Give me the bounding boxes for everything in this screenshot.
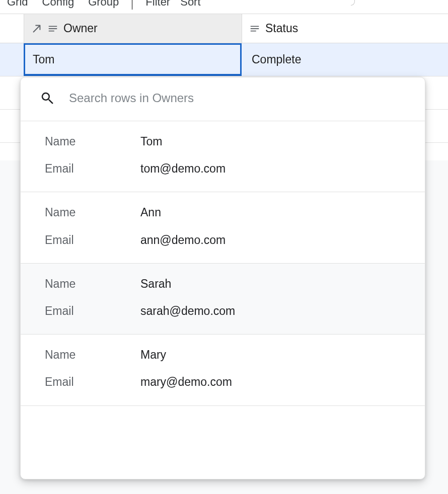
lookup-arrow-icon bbox=[31, 23, 42, 34]
row-number-cell[interactable] bbox=[0, 43, 24, 76]
cell-owner[interactable]: Tom bbox=[24, 43, 242, 76]
lookup-field-label-name: Name bbox=[45, 204, 140, 220]
lookup-field-name: Mary bbox=[140, 347, 166, 363]
view-toolbar: Grid Config Group Filter Sort bbox=[0, 0, 448, 13]
lookup-field-label-name: Name bbox=[45, 133, 140, 149]
lookup-field-name: Ann bbox=[140, 204, 161, 220]
owner-lookup-dropdown: Name Tom Email tom@demo.com Name Ann Ema… bbox=[20, 77, 425, 479]
lookup-field-label-email: Email bbox=[45, 160, 140, 177]
config-label: Config bbox=[42, 0, 74, 9]
lookup-option[interactable]: Name Tom Email tom@demo.com bbox=[21, 121, 425, 192]
lookup-field-label-email: Email bbox=[45, 374, 140, 390]
lookup-option[interactable]: Name Ann Email ann@demo.com bbox=[21, 192, 425, 263]
config-button[interactable]: Config bbox=[38, 0, 74, 9]
cell-status-value: Complete bbox=[252, 53, 301, 66]
sort-label: Sort bbox=[180, 0, 200, 9]
toolbar-separator bbox=[132, 0, 132, 10]
lookup-option[interactable]: Name Sarah Email sarah@demo.com bbox=[21, 264, 425, 335]
cell-status[interactable]: Complete bbox=[242, 43, 448, 76]
lookup-field-email: sarah@demo.com bbox=[140, 303, 235, 319]
cell-owner-value: Tom bbox=[33, 53, 54, 66]
search-icon bbox=[40, 91, 55, 106]
sort-button[interactable]: Sort bbox=[180, 0, 200, 9]
column-header-status-label: Status bbox=[265, 22, 298, 35]
lookup-field-name: Sarah bbox=[140, 276, 171, 292]
lookup-field-name: Tom bbox=[140, 133, 162, 149]
grid-view-label: Grid bbox=[7, 0, 28, 9]
group-button[interactable]: Group bbox=[84, 0, 119, 9]
text-column-icon bbox=[47, 23, 58, 34]
column-header-row: Owner Status bbox=[0, 14, 448, 43]
lookup-field-email: mary@demo.com bbox=[140, 374, 232, 390]
lookup-field-email: ann@demo.com bbox=[140, 232, 226, 248]
column-header-status[interactable]: Status bbox=[242, 14, 448, 43]
lookup-field-label-email: Email bbox=[45, 232, 140, 248]
lookup-search-row bbox=[21, 77, 425, 121]
lookup-field-label-name: Name bbox=[45, 276, 140, 292]
lookup-search-input[interactable] bbox=[69, 91, 406, 105]
lookup-option[interactable]: Name Mary Email mary@demo.com bbox=[21, 335, 425, 405]
column-header-owner[interactable]: Owner bbox=[24, 14, 242, 43]
group-label: Group bbox=[88, 0, 119, 9]
toolbar-end-cap bbox=[351, 0, 355, 6]
text-column-icon bbox=[249, 23, 260, 34]
filter-label: Filter bbox=[145, 0, 170, 9]
lookup-field-email: tom@demo.com bbox=[140, 160, 226, 177]
filter-button[interactable]: Filter bbox=[145, 0, 170, 9]
column-header-owner-label: Owner bbox=[63, 22, 98, 35]
grid-view-button[interactable]: Grid bbox=[3, 0, 28, 9]
lookup-field-label-email: Email bbox=[45, 303, 140, 319]
table-row[interactable]: Tom Complete bbox=[0, 43, 448, 76]
lookup-field-label-name: Name bbox=[45, 347, 140, 363]
row-number-gutter bbox=[0, 14, 24, 43]
